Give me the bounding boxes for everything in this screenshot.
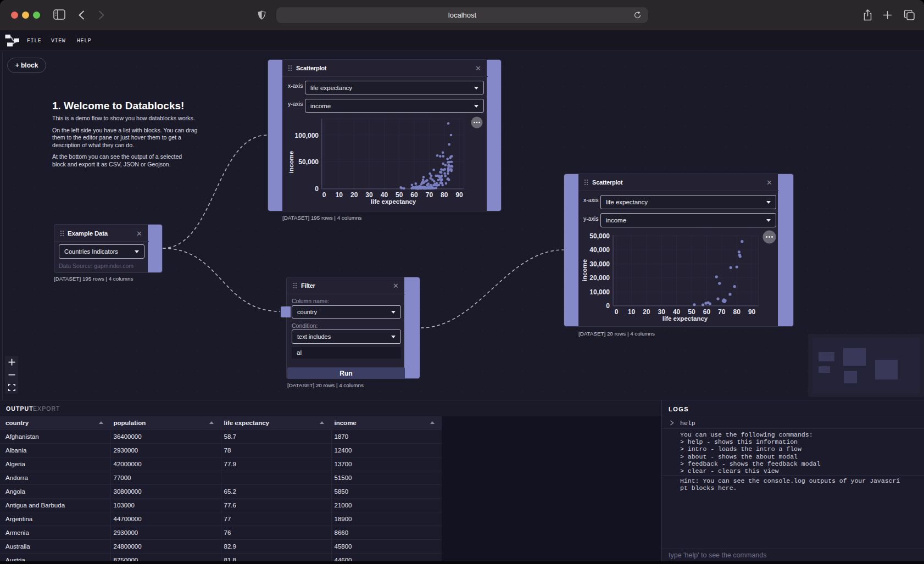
svg-text:30: 30 (365, 191, 373, 199)
svg-text:income: income (288, 151, 294, 173)
svg-text:life expectancy: life expectancy (371, 198, 416, 205)
svg-text:0: 0 (615, 308, 619, 316)
svg-text:30: 30 (658, 308, 666, 316)
svg-text:50,000: 50,000 (589, 232, 610, 240)
svg-text:90: 90 (455, 191, 463, 199)
svg-text:40,000: 40,000 (589, 246, 610, 254)
svg-text:70: 70 (718, 308, 726, 316)
svg-text:10: 10 (628, 308, 636, 316)
svg-text:50: 50 (688, 308, 695, 316)
svg-text:life expectancy: life expectancy (663, 315, 708, 322)
svg-text:40: 40 (381, 191, 388, 199)
svg-text:income: income (581, 259, 588, 281)
svg-text:0: 0 (315, 185, 319, 193)
svg-text:50: 50 (396, 191, 403, 199)
svg-text:60: 60 (703, 308, 711, 316)
svg-text:20,000: 20,000 (589, 274, 610, 282)
svg-text:10,000: 10,000 (589, 288, 610, 296)
svg-text:80: 80 (441, 191, 448, 199)
svg-text:60: 60 (410, 191, 418, 199)
svg-text:80: 80 (733, 308, 741, 316)
svg-text:70: 70 (426, 191, 433, 199)
svg-text:90: 90 (748, 308, 756, 316)
svg-text:50,000: 50,000 (298, 158, 319, 166)
svg-text:40: 40 (673, 308, 681, 316)
svg-text:100,000: 100,000 (295, 132, 319, 139)
svg-text:20: 20 (350, 191, 358, 199)
svg-text:0: 0 (606, 302, 610, 310)
svg-text:0: 0 (322, 191, 326, 199)
svg-text:10: 10 (336, 191, 343, 199)
svg-text:30,000: 30,000 (589, 260, 610, 268)
svg-text:20: 20 (643, 308, 650, 316)
